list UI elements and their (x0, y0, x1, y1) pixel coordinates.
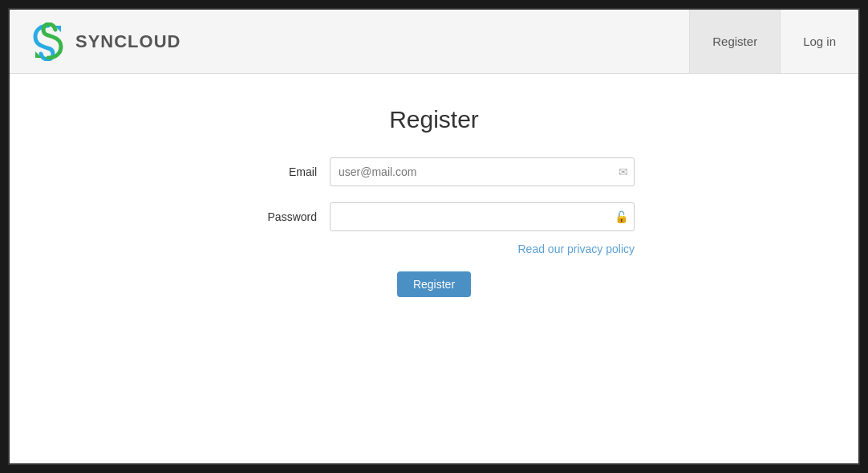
nav-register[interactable]: Register (689, 10, 780, 73)
email-label: Email (233, 165, 330, 178)
main-content: Register Email ✉ Password 🔓 Read our p (10, 74, 858, 463)
email-input-wrapper: ✉ (330, 157, 635, 186)
privacy-policy-link[interactable]: Read our privacy policy (517, 243, 635, 255)
brand-logo-icon (29, 22, 67, 61)
register-button[interactable]: Register (397, 271, 471, 297)
password-input-wrapper: 🔓 (330, 202, 635, 231)
email-form-group: Email ✉ (233, 157, 635, 186)
app-window: SYNCLOUD Register Log in Register Email … (8, 8, 860, 465)
privacy-link-row: Read our privacy policy (233, 243, 635, 255)
email-icon: ✉ (619, 165, 628, 178)
email-input[interactable] (330, 157, 635, 186)
password-icon: 🔓 (614, 210, 628, 223)
password-form-group: Password 🔓 (233, 202, 635, 231)
navbar: SYNCLOUD Register Log in (10, 10, 858, 74)
register-form-container: Register Email ✉ Password 🔓 Read our p (233, 106, 635, 297)
brand-name: SYNCLOUD (75, 31, 180, 52)
navbar-nav: Register Log in (689, 10, 858, 73)
nav-login[interactable]: Log in (780, 10, 858, 73)
brand: SYNCLOUD (10, 22, 180, 61)
password-input[interactable] (330, 202, 635, 231)
page-title: Register (389, 106, 479, 133)
password-label: Password (233, 210, 330, 223)
